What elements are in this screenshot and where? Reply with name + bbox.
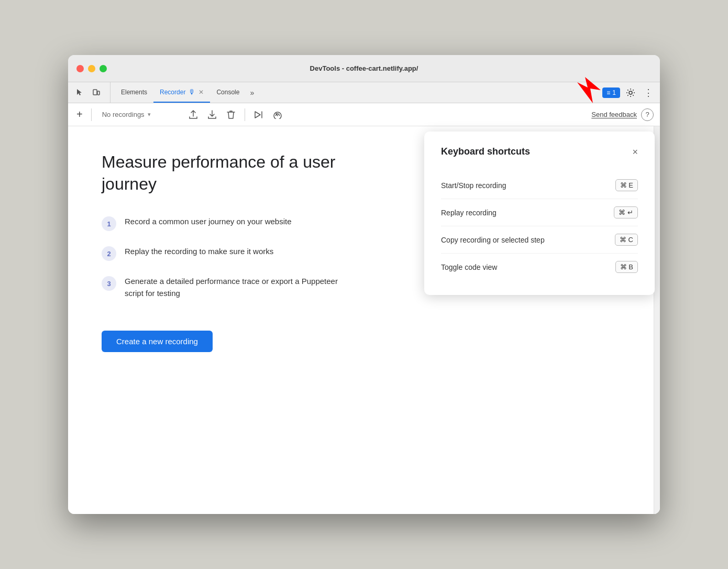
step-text-3: Generate a detailed performance trace or…	[125, 276, 343, 299]
window-title: DevTools - coffee-cart.netlify.app/	[310, 64, 418, 72]
devtools-menu-button[interactable]: ⋮	[641, 85, 656, 100]
dropdown-chevron-icon: ▾	[148, 111, 151, 118]
devtools-tabs-bar: Elements Recorder 🎙 ✕ Console » ≡ 1	[68, 82, 660, 103]
shortcut-row: Copy recording or selected step ⌘ C	[441, 226, 638, 254]
shortcut-key-3: ⌘ C	[615, 234, 638, 246]
traffic-lights	[76, 65, 107, 72]
shortcut-row: Start/Stop recording ⌘ E	[441, 172, 638, 199]
title-bar: DevTools - coffee-cart.netlify.app/	[68, 55, 660, 82]
no-recordings-label: No recordings	[102, 111, 145, 118]
step-text-1: Record a common user journey on your web…	[125, 216, 292, 228]
list-item: 3 Generate a detailed performance trace …	[102, 276, 343, 299]
svg-marker-2	[577, 77, 601, 103]
key-badge: ⌘ E	[615, 179, 638, 191]
svg-rect-1	[97, 91, 100, 95]
device-toggle-icon[interactable]	[89, 85, 104, 100]
shortcut-label-2: Replay recording	[441, 209, 497, 217]
tab-close-icon[interactable]: ✕	[198, 89, 204, 96]
toolbar-divider-1	[91, 108, 92, 121]
devtools-settings-button[interactable]	[623, 85, 638, 100]
cursor-icon[interactable]	[72, 85, 87, 100]
key-badge: ⌘ C	[615, 234, 638, 246]
export-button[interactable]	[186, 107, 201, 122]
devtools-tab-icons	[72, 82, 111, 103]
delete-button[interactable]	[224, 107, 238, 122]
shortcut-key-1: ⌘ E	[615, 179, 638, 191]
popup-header: Keyboard shortcuts ×	[441, 146, 638, 157]
tab-recorder[interactable]: Recorder 🎙 ✕	[153, 82, 210, 103]
list-item: 1 Record a common user journey on your w…	[102, 216, 343, 231]
step-number-1: 1	[102, 216, 116, 231]
create-recording-button[interactable]: Create a new recording	[102, 331, 213, 352]
more-tabs-button[interactable]: »	[246, 82, 258, 103]
browser-window: DevTools - coffee-cart.netlify.app/ Elem…	[68, 55, 660, 514]
svg-point-3	[629, 91, 632, 94]
key-badge: ⌘ ↵	[614, 206, 638, 218]
add-recording-button[interactable]: +	[74, 106, 85, 123]
shortcut-label-3: Copy recording or selected step	[441, 236, 545, 244]
svg-rect-0	[93, 90, 97, 95]
step-number-2: 2	[102, 246, 116, 261]
main-content: Measure performance of a user journey 1 …	[68, 126, 660, 514]
popup-close-button[interactable]: ×	[632, 147, 638, 157]
shortcut-row: Replay recording ⌘ ↵	[441, 199, 638, 226]
step-number-3: 3	[102, 276, 116, 291]
shortcut-label-1: Start/Stop recording	[441, 181, 506, 190]
minimize-button[interactable]	[88, 65, 95, 72]
recorder-toolbar: + No recordings ▾	[68, 103, 660, 126]
headline: Measure performance of a user journey	[102, 151, 353, 195]
send-feedback-button[interactable]: Send feedback	[591, 111, 637, 118]
shortcut-row: Toggle code view ⌘ B	[441, 254, 638, 280]
close-button[interactable]	[76, 65, 84, 72]
keyboard-shortcuts-popup: Keyboard shortcuts × Start/Stop recordin…	[424, 132, 655, 295]
shortcut-key-2: ⌘ ↵	[614, 206, 638, 218]
maximize-button[interactable]	[100, 65, 107, 72]
shortcut-key-4: ⌘ B	[615, 261, 638, 273]
red-arrow-annotation	[577, 77, 609, 103]
shortcut-label-4: Toggle code view	[441, 263, 497, 271]
performance-button[interactable]	[270, 107, 285, 122]
key-badge: ⌘ B	[615, 261, 638, 273]
replay-button[interactable]	[251, 107, 266, 122]
popup-title: Keyboard shortcuts	[441, 146, 530, 157]
import-button[interactable]	[205, 107, 219, 122]
tab-console[interactable]: Console	[210, 82, 246, 103]
recordings-dropdown[interactable]: No recordings ▾	[98, 108, 182, 121]
devtools-right-icons: ≡ 1 ⋮	[602, 82, 656, 103]
steps-list: 1 Record a common user journey on your w…	[102, 216, 343, 299]
help-button[interactable]: ?	[641, 108, 654, 121]
list-item: 2 Replay the recording to make sure it w…	[102, 246, 343, 261]
recorder-icon: 🎙	[189, 88, 195, 96]
toolbar-divider-2	[245, 108, 245, 121]
tab-elements[interactable]: Elements	[115, 82, 153, 103]
notification-icon-area	[622, 84, 639, 101]
step-text-2: Replay the recording to make sure it wor…	[125, 246, 273, 258]
